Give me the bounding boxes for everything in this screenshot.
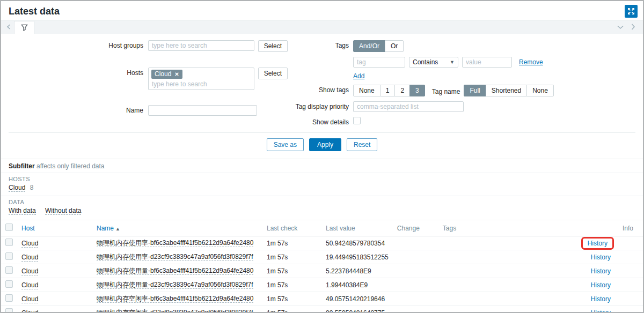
tag-value-input[interactable] [462,57,512,68]
hosts-label: Hosts [33,68,143,77]
item-name-link[interactable]: 物理机内存空闲率-d23cf9c3839c47a9af056fd3f0829f7… [97,309,253,313]
history-link[interactable]: History [588,266,614,276]
name-label: Name [33,105,143,114]
change-value [393,236,438,250]
remove-tag-link[interactable]: Remove [519,58,543,66]
host-link[interactable]: Cloud [21,254,38,262]
change-value [393,278,438,292]
select-all-checkbox[interactable] [5,223,13,231]
show-details-checkbox[interactable] [353,117,361,124]
subfilter-header: Subfilter affects only filtered data [1,159,643,173]
save-as-button[interactable]: Save as [267,138,304,151]
latest-data-rows: Cloud 物理机内存使用率-bf6c3abe4fff41f5b6212d9a6… [1,236,643,313]
item-name-link[interactable]: 物理机内存空闲率-bf6c3abe4fff41f5b6212d9a64fe248… [97,295,253,303]
tag-name-full[interactable]: Full [464,85,486,96]
host-groups-input[interactable] [148,40,254,51]
hosts-select-button[interactable]: Select [258,68,288,79]
tag-name-none[interactable]: None [526,85,554,96]
subfilter-data-block: DATA With data Without data [1,196,643,219]
info-cell [618,306,643,313]
column-header-last-check: Last check [262,220,321,236]
host-link[interactable]: Cloud [21,295,38,303]
tags-cell [438,306,577,313]
add-tag-link[interactable]: Add [353,72,364,80]
host-link[interactable]: Cloud [21,309,38,313]
column-header-name[interactable]: Name [97,225,114,232]
row-checkbox[interactable] [5,239,13,246]
history-link[interactable]: History [588,280,614,290]
show-details-label: Show details [291,117,349,126]
host-groups-label: Host groups [33,40,143,49]
page-header: Latest data [1,1,643,20]
history-link[interactable]: History [588,308,614,313]
collapse-filter-chevron-down-icon[interactable] [617,24,624,31]
sort-ascending-icon: ▲ [115,226,120,232]
tags-operator-andor[interactable]: And/Or [353,40,385,52]
row-checkbox[interactable] [5,252,13,260]
row-checkbox[interactable] [5,266,13,274]
filter-form-left: Host groups Select Hosts Cloud ✕ type he… [33,40,288,126]
latest-data-table: Host Name▲ Last check Last value Change … [1,220,643,313]
subfilter-data-heading: DATA [9,199,635,205]
tag-name-segmented: Full Shortened None [464,85,553,96]
show-tags-label: Show tags [291,85,349,94]
subfilter-with-data-link[interactable]: With data [9,207,36,215]
column-header-last-value: Last value [321,220,393,236]
row-checkbox[interactable] [5,280,13,288]
tag-input[interactable] [353,57,405,68]
host-groups-select-button[interactable]: Select [258,40,288,52]
column-header-host[interactable]: Host [21,225,35,232]
info-cell [618,250,643,264]
show-tags-2[interactable]: 2 [394,85,410,96]
tag-display-priority-input[interactable] [353,101,464,112]
tag-name-shortened[interactable]: Shortened [486,85,527,96]
subfilter-subtitle: affects only filtered data [36,162,105,170]
row-checkbox[interactable] [5,294,13,302]
item-name-link[interactable]: 物理机内存使用率-d23cf9c3839c47a9af056fd3f0829f7… [97,253,253,261]
next-page-chevron-right-icon[interactable] [631,24,635,31]
tag-operator-value: Contains [413,58,438,66]
show-tags-1[interactable]: 1 [380,85,396,96]
history-link[interactable]: History [581,237,614,250]
item-name-link[interactable]: 物理机内存使用率-bf6c3abe4fff41f5b6212d9a64fe248… [97,239,253,247]
show-tags-segmented: None 1 2 3 [353,85,425,96]
filter-tab[interactable] [14,21,34,34]
host-link[interactable]: Cloud [21,240,38,248]
last-value: 1.99440384E9 [321,278,393,292]
host-link[interactable]: Cloud [21,281,38,289]
row-checkbox[interactable] [5,308,13,313]
tags-cell [438,236,577,250]
hosts-input-placeholder[interactable]: type here to search [151,79,251,88]
apply-button[interactable]: Apply [309,138,341,151]
show-tags-none[interactable]: None [353,85,380,96]
history-link[interactable]: History [588,294,614,304]
column-header-tags: Tags [438,220,577,236]
item-name-link[interactable]: 物理机内存使用量-d23cf9c3839c47a9af056fd3f0829f7… [97,281,253,289]
column-header-info: Info [618,220,643,236]
tags-operator-or[interactable]: Or [385,40,404,52]
kiosk-mode-button[interactable] [625,5,638,18]
show-tags-3[interactable]: 3 [409,85,425,96]
tab-strip-controls [617,24,635,31]
remove-host-chip-icon[interactable]: ✕ [174,70,179,78]
history-link[interactable]: History [588,252,614,262]
subfilter-without-data-link[interactable]: Without data [45,207,81,215]
item-name-link[interactable]: 物理机内存使用量-bf6c3abe4fff41f5b6212d9a64fe248… [97,267,253,275]
hosts-multiselect[interactable]: Cloud ✕ type here to search [148,68,254,90]
tag-operator-select[interactable]: Contains ▼ [409,57,458,68]
host-link[interactable]: Cloud [21,267,38,275]
subfilter-host-cloud-link[interactable]: Cloud [9,184,25,192]
page-title: Latest data [9,6,60,17]
last-check-value: 1m 57s [262,236,321,250]
name-input[interactable] [148,105,257,116]
subfilter-hosts-block: HOSTS Cloud 8 [1,173,643,196]
reset-button[interactable]: Reset [347,138,377,151]
collapse-left-chevron-icon[interactable] [6,24,11,31]
last-value: 80.55050481648775 [321,306,393,313]
table-row: Cloud 物理机内存使用率-d23cf9c3839c47a9af056fd3f… [1,250,643,264]
change-value [393,292,438,306]
info-cell [618,236,643,250]
tag-display-priority-label: Tag display priority [291,101,349,110]
tags-cell [438,278,577,292]
chevron-down-icon: ▼ [450,59,455,65]
